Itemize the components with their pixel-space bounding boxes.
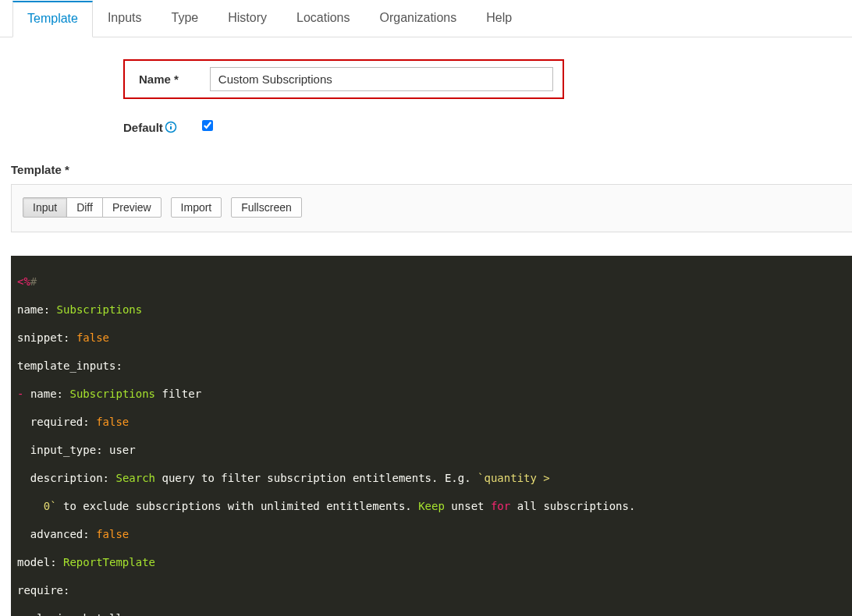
tab-history[interactable]: History bbox=[213, 1, 282, 37]
code-token: name: bbox=[30, 388, 63, 400]
code-token: false bbox=[96, 416, 129, 428]
input-button[interactable]: Input bbox=[23, 197, 67, 218]
default-checkbox[interactable] bbox=[202, 120, 213, 131]
code-token: Search bbox=[115, 472, 155, 484]
code-token: query to filter subscription entitlement… bbox=[162, 472, 470, 484]
tab-locations[interactable]: Locations bbox=[282, 1, 365, 37]
code-token: plugin: bbox=[30, 612, 76, 616]
tab-help[interactable]: Help bbox=[471, 1, 527, 37]
view-mode-group: Input Diff Preview bbox=[23, 197, 162, 218]
editor-toolbar: Input Diff Preview Import Fullscreen bbox=[11, 184, 852, 232]
code-token: Subscriptions bbox=[57, 303, 143, 316]
import-button[interactable]: Import bbox=[171, 197, 222, 218]
code-token: for bbox=[491, 500, 510, 512]
code-token: required: bbox=[30, 416, 90, 428]
code-token: advanced: bbox=[30, 528, 90, 540]
name-label: Name * bbox=[139, 73, 179, 86]
code-token: user bbox=[109, 444, 136, 456]
form-area: Name * Default bbox=[0, 37, 852, 135]
code-token: input_type: bbox=[30, 444, 103, 456]
code-token: - bbox=[17, 612, 23, 616]
code-token: false bbox=[96, 528, 129, 540]
tab-type[interactable]: Type bbox=[157, 1, 214, 37]
code-token: model: bbox=[17, 556, 57, 568]
code-token: 0` bbox=[44, 500, 57, 512]
template-section-label: Template * bbox=[0, 155, 852, 184]
code-token: <% bbox=[17, 275, 30, 288]
name-input[interactable] bbox=[210, 67, 553, 91]
code-token: Keep bbox=[418, 500, 445, 512]
code-token: # bbox=[30, 275, 37, 288]
info-icon[interactable] bbox=[165, 121, 177, 133]
fullscreen-group: Fullscreen bbox=[231, 197, 302, 218]
code-token: template_inputs: bbox=[17, 359, 122, 372]
code-token: all subscriptions. bbox=[517, 500, 636, 512]
default-row: Default bbox=[123, 119, 852, 135]
name-highlight: Name * bbox=[123, 59, 564, 99]
tabs-bar: Template Inputs Type History Locations O… bbox=[0, 0, 852, 37]
code-token: description: bbox=[30, 472, 109, 484]
code-token: ReportTemplate bbox=[63, 556, 155, 568]
code-token: to exclude subscriptions with unlimited … bbox=[63, 500, 412, 512]
tab-template[interactable]: Template bbox=[12, 1, 93, 37]
svg-point-2 bbox=[170, 124, 172, 126]
import-group: Import bbox=[171, 197, 222, 218]
code-token: snippet: bbox=[17, 331, 69, 344]
code-token: Subscriptions bbox=[69, 388, 155, 400]
code-token: name: bbox=[17, 303, 50, 316]
code-token: filter bbox=[162, 388, 201, 400]
default-label: Default bbox=[123, 121, 163, 134]
name-row: Name * bbox=[123, 59, 852, 99]
code-token: require: bbox=[17, 584, 69, 597]
code-token: unset bbox=[451, 500, 484, 512]
fullscreen-button[interactable]: Fullscreen bbox=[231, 197, 302, 218]
code-token: katello bbox=[83, 612, 129, 616]
code-editor[interactable]: <%# name: Subscriptions snippet: false t… bbox=[11, 256, 852, 616]
code-token: `quantity > bbox=[477, 472, 550, 484]
code-token: - bbox=[17, 388, 23, 400]
tab-inputs[interactable]: Inputs bbox=[93, 1, 157, 37]
diff-button[interactable]: Diff bbox=[66, 197, 103, 218]
preview-button[interactable]: Preview bbox=[102, 197, 162, 218]
tab-organizations[interactable]: Organizations bbox=[364, 1, 471, 37]
code-token: false bbox=[76, 331, 109, 344]
